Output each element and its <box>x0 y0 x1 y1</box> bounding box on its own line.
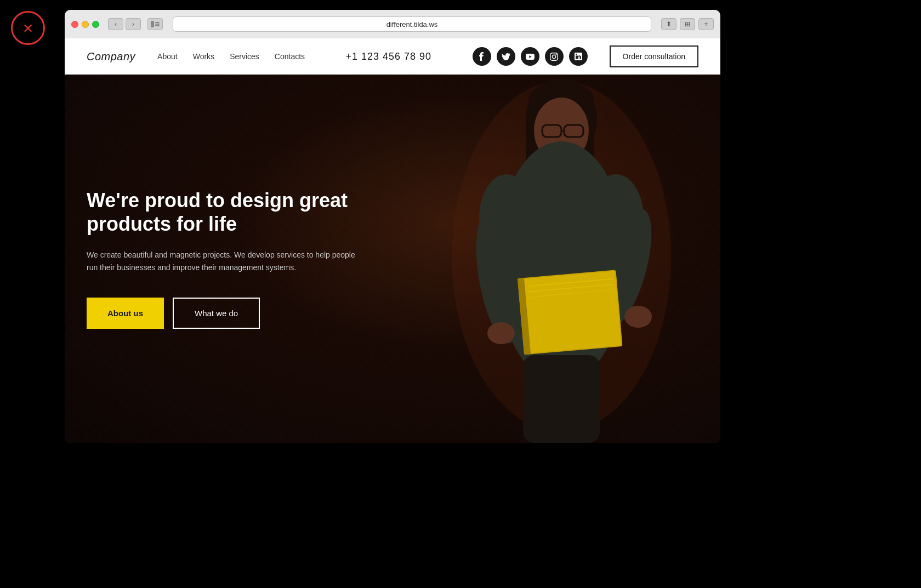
hero-person-figure <box>446 75 676 443</box>
traffic-light-green[interactable] <box>92 21 99 28</box>
nav-links: About Works Services Contacts <box>157 52 305 61</box>
hero-buttons: About us What we do <box>87 298 383 329</box>
share-button[interactable]: ⬆ <box>661 18 676 30</box>
browser-nav-buttons: ‹ › <box>108 18 141 30</box>
hero-description: We create beautiful and magnetic project… <box>87 249 361 273</box>
browser-actions: ⬆ ⊞ + <box>661 18 714 30</box>
error-close-icon[interactable]: × <box>11 11 45 45</box>
svg-rect-23 <box>519 271 621 353</box>
address-bar[interactable]: different.tilda.ws <box>173 16 651 32</box>
instagram-icon[interactable] <box>545 47 564 66</box>
url-text: different.tilda.ws <box>386 20 438 28</box>
phone-number[interactable]: +1 123 456 78 90 <box>321 51 456 62</box>
what-we-do-button[interactable]: What we do <box>173 298 260 329</box>
svg-point-21 <box>624 306 652 328</box>
navbar: Company About Works Services Contacts +1… <box>65 38 720 75</box>
svg-rect-3 <box>155 25 160 26</box>
back-button[interactable]: ‹ <box>108 18 123 30</box>
about-us-button[interactable]: About us <box>87 298 164 329</box>
twitter-icon[interactable] <box>497 47 515 66</box>
browser-titlebar: ‹ › different.tilda.ws ⬆ ⊞ + <box>65 10 720 38</box>
youtube-icon[interactable] <box>521 47 539 66</box>
facebook-icon[interactable] <box>473 47 491 66</box>
add-tab-button[interactable]: + <box>698 18 714 30</box>
svg-rect-0 <box>151 21 154 27</box>
hero-section: We're proud to design great products for… <box>65 75 720 443</box>
website-content: Company About Works Services Contacts +1… <box>65 38 720 443</box>
nav-about[interactable]: About <box>157 52 178 61</box>
traffic-light-yellow[interactable] <box>82 21 89 28</box>
forward-button[interactable]: › <box>126 18 141 30</box>
nav-services[interactable]: Services <box>230 52 259 61</box>
order-consultation-button[interactable]: Order consultation <box>610 45 698 67</box>
social-icons <box>473 47 588 66</box>
x-symbol: × <box>23 19 33 37</box>
nav-contacts[interactable]: Contacts <box>275 52 305 61</box>
hero-title: We're proud to design great products for… <box>87 189 383 236</box>
traffic-light-red[interactable] <box>71 21 78 28</box>
new-tab-button[interactable]: ⊞ <box>680 18 695 30</box>
sidebar-icon <box>151 21 160 27</box>
hero-content: We're proud to design great products for… <box>65 189 405 329</box>
nav-works[interactable]: Works <box>193 52 214 61</box>
linkedin-icon[interactable] <box>569 47 588 66</box>
svg-rect-1 <box>155 22 160 23</box>
person-svg <box>446 75 676 443</box>
sidebar-toggle-button[interactable] <box>147 18 163 30</box>
svg-rect-28 <box>523 355 600 443</box>
brand-logo[interactable]: Company <box>87 50 135 63</box>
svg-rect-2 <box>155 24 160 25</box>
svg-point-20 <box>487 322 515 344</box>
traffic-lights <box>71 21 99 28</box>
browser-window: ‹ › different.tilda.ws ⬆ ⊞ + Company Abo… <box>65 10 720 443</box>
